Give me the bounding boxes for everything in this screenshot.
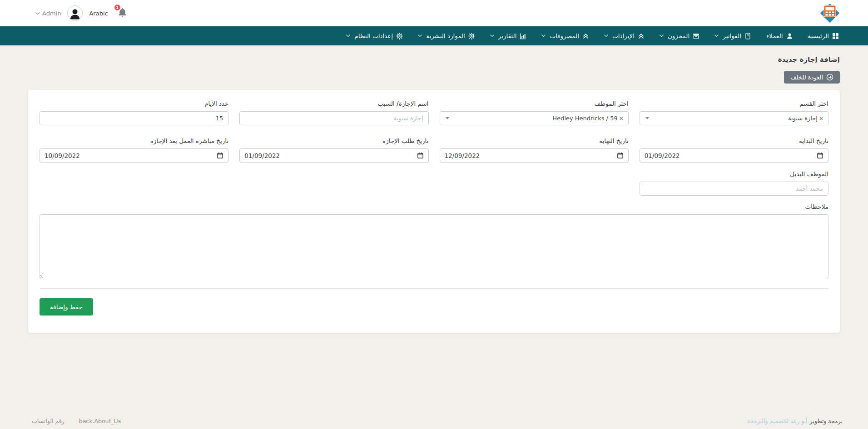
- department-select[interactable]: × إجازة سنوية: [640, 111, 828, 125]
- credit-prefix: برمجة وتطوير: [810, 418, 843, 424]
- clients-icon: [786, 33, 793, 39]
- notes-textarea[interactable]: [40, 214, 828, 279]
- nav-item-system-settings[interactable]: إعدادات النظام: [346, 32, 403, 39]
- user-icon: [68, 7, 82, 20]
- about-us-link[interactable]: back.About_Us: [79, 418, 121, 424]
- start-date-input[interactable]: 01/09/2022: [640, 148, 828, 163]
- nav-label: المخزون: [668, 32, 689, 39]
- employee-select[interactable]: × Hedley Hendricks / 59: [440, 111, 629, 125]
- field-label: تاريخ مباشرة العمل بعد الإجازة: [40, 137, 228, 144]
- form-divider: [40, 288, 828, 289]
- avatar[interactable]: [67, 5, 83, 21]
- nav-item-invoices[interactable]: الفواتير: [714, 32, 751, 39]
- return-date-input[interactable]: 10/09/2022: [40, 148, 228, 163]
- field-label: اختر القسم: [640, 100, 828, 107]
- admin-label: Admin: [42, 10, 61, 17]
- field-label: اختر الموظف: [440, 100, 629, 107]
- footer-links: رقم الواتساب back.About_Us: [32, 418, 121, 424]
- date-value: 01/09/2022: [244, 152, 280, 159]
- field-employee: اختر الموظف × Hedley Hendricks / 59: [440, 100, 629, 125]
- chevron-down-icon: [490, 35, 494, 37]
- nav-label: المصروفات: [550, 32, 579, 39]
- nav-item-hr[interactable]: الموارد البشرية: [418, 32, 475, 39]
- nav-label: الرئيسية: [808, 32, 829, 39]
- nav-label: التقارير: [498, 32, 517, 39]
- invoice-icon: [744, 33, 751, 39]
- main-content: إضافة إجازة جديدة العودة للخلف اختر القس…: [0, 55, 868, 333]
- nav-item-reports[interactable]: التقارير: [490, 32, 527, 39]
- back-button[interactable]: العودة للخلف: [784, 71, 840, 84]
- footer: برمجة وتطوير أبو رعد للتصميم والبرمجة رق…: [0, 418, 868, 424]
- chevron-down-icon: [714, 35, 719, 37]
- field-department: اختر القسم × إجازة سنوية: [640, 100, 828, 125]
- calendar-icon: [617, 152, 624, 159]
- nav-item-clients[interactable]: العملاء: [766, 32, 793, 39]
- developer-link[interactable]: أبو رعد للتصميم والبرمجة: [747, 418, 808, 424]
- nav-label: الإيرادات: [612, 32, 635, 39]
- leave-form-card: اختر القسم × إجازة سنوية اختر الموظف × H…: [28, 90, 840, 333]
- nav-label: العملاء: [766, 32, 783, 39]
- clear-selection-icon[interactable]: ×: [619, 115, 624, 122]
- substitute-employee-input[interactable]: [640, 182, 828, 196]
- days-count-input[interactable]: [40, 111, 228, 125]
- chevron-down-icon: [418, 35, 422, 37]
- request-date-input[interactable]: 01/09/2022: [239, 148, 428, 163]
- nav-item-inventory[interactable]: المخزون: [660, 32, 699, 39]
- clear-selection-icon[interactable]: ×: [819, 115, 823, 122]
- revenues-icon: [638, 33, 645, 39]
- reports-icon: [520, 33, 526, 39]
- field-label: عدد الأيام: [40, 100, 228, 107]
- back-button-label: العودة للخلف: [790, 74, 823, 81]
- inventory-icon: [693, 33, 699, 39]
- whatsapp-number-label[interactable]: رقم الواتساب: [32, 418, 64, 424]
- calendar-icon: [817, 152, 823, 159]
- date-value: 01/09/2022: [645, 152, 680, 159]
- logo-icon: [818, 1, 842, 25]
- nav-label: الفواتير: [723, 32, 741, 39]
- developer-credit: برمجة وتطوير أبو رعد للتصميم والبرمجة: [747, 418, 843, 424]
- page-title: إضافة إجازة جديدة: [28, 55, 840, 64]
- field-label: الموظف البديل: [640, 170, 828, 178]
- notes-label: ملاحظات: [40, 203, 828, 210]
- field-label: تاريخ النهاية: [440, 137, 629, 144]
- nav-label: إعدادات النظام: [354, 32, 393, 39]
- nav-item-expenses[interactable]: المصروفات: [541, 32, 589, 39]
- dashboard-icon: [832, 33, 839, 39]
- date-value: 12/09/2022: [445, 152, 480, 159]
- field-start-date: تاريخ البداية 01/09/2022: [640, 137, 828, 163]
- field-days-count: عدد الأيام: [40, 100, 228, 125]
- chevron-down-icon: [660, 35, 664, 37]
- field-return-date: تاريخ مباشرة العمل بعد الإجازة 10/09/202…: [40, 137, 228, 163]
- notification-badge: 1: [114, 4, 121, 11]
- topbar: Admin Arabic 1: [0, 0, 868, 26]
- admin-menu-toggle[interactable]: Admin: [35, 10, 61, 17]
- chevron-down-icon: [645, 117, 649, 119]
- main-navbar: الرئيسية العملاء الفواتير المخزون الإيرا…: [0, 26, 868, 45]
- nav-item-home[interactable]: الرئيسية: [808, 32, 839, 39]
- field-label: اسم الإجازة/ السبب: [239, 100, 428, 107]
- chevron-down-icon: [446, 117, 449, 119]
- field-end-date: تاريخ النهاية 12/09/2022: [440, 137, 629, 163]
- field-leave-name: اسم الإجازة/ السبب: [239, 100, 428, 125]
- arrow-right-circle-icon: [826, 74, 833, 81]
- app-logo[interactable]: [818, 1, 842, 25]
- expenses-icon: [582, 33, 589, 39]
- employee-selected-value: Hedley Hendricks / 59: [552, 115, 617, 122]
- nav-label: الموارد البشرية: [426, 32, 465, 39]
- field-substitute: الموظف البديل: [640, 170, 828, 196]
- gear-icon: [396, 33, 403, 39]
- department-selected-value: إجازة سنوية: [788, 115, 818, 122]
- user-cluster: Admin Arabic 1: [35, 5, 128, 21]
- nav-item-revenues[interactable]: الإيرادات: [604, 32, 645, 39]
- notifications-button[interactable]: 1: [117, 7, 128, 20]
- chevron-down-icon: [35, 12, 40, 15]
- leave-name-input[interactable]: [239, 111, 428, 125]
- chevron-down-icon: [541, 35, 546, 37]
- end-date-input[interactable]: 12/09/2022: [440, 148, 629, 163]
- calendar-icon: [417, 152, 424, 159]
- save-and-add-button[interactable]: حفظ وإضافة: [40, 298, 93, 316]
- language-label[interactable]: Arabic: [89, 10, 108, 17]
- field-label: تاريخ طلب الإجازة: [239, 137, 428, 144]
- chevron-down-icon: [604, 35, 608, 37]
- gear-icon: [468, 33, 475, 39]
